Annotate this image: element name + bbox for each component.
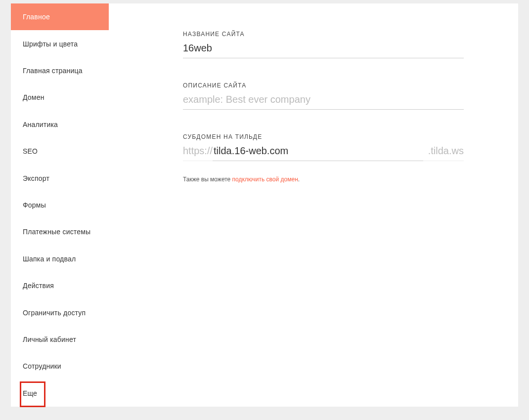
subdomain-row: https:// .tilda.ws: [183, 140, 464, 161]
site-name-input[interactable]: [183, 38, 464, 58]
sidebar-item-label: Действия: [23, 282, 54, 290]
field-subdomain: СУБДОМЕН НА ТИЛЬДЕ https:// .tilda.ws Та…: [183, 133, 476, 183]
sidebar-item-header-footer[interactable]: Шапка и подвал: [11, 246, 109, 272]
field-site-description: ОПИСАНИЕ САЙТА: [183, 82, 476, 110]
sidebar-item-seo[interactable]: SEO: [11, 138, 109, 165]
field-site-name: НАЗВАНИЕ САЙТА: [183, 31, 476, 58]
sidebar-item-label: Платежные системы: [23, 228, 90, 236]
sidebar-item-fonts-colors[interactable]: Шрифты и цвета: [11, 30, 109, 57]
subdomain-suffix: .tilda.ws: [423, 145, 464, 161]
sidebar-item-actions[interactable]: Действия: [11, 272, 109, 299]
sidebar-item-restrict-access[interactable]: Ограничить доступ: [11, 299, 109, 326]
sidebar-item-main[interactable]: Главное: [11, 3, 109, 30]
sidebar-item-label: Главное: [23, 13, 50, 21]
sidebar-item-account[interactable]: Личный кабинет: [11, 326, 109, 353]
sidebar-item-analytics[interactable]: Аналитика: [11, 111, 109, 138]
sidebar-item-label: Шрифты и цвета: [23, 40, 78, 48]
site-name-label: НАЗВАНИЕ САЙТА: [183, 31, 476, 38]
subdomain-label: СУБДОМЕН НА ТИЛЬДЕ: [183, 133, 476, 140]
sidebar-item-export[interactable]: Экспорт: [11, 165, 109, 191]
sidebar-item-payments[interactable]: Платежные системы: [11, 218, 109, 245]
sidebar-item-label: Главная страница: [23, 67, 83, 75]
domain-help-text: Также вы можете подключить свой домен.: [183, 176, 476, 183]
site-description-input[interactable]: [183, 89, 464, 110]
sidebar-item-label: Личный кабинет: [23, 336, 76, 343]
sidebar-item-label: Шапка и подвал: [23, 255, 76, 263]
sidebar-item-label: SEO: [23, 147, 38, 155]
sidebar-item-label: Аналитика: [23, 121, 58, 128]
help-text-tail: .: [298, 176, 300, 183]
site-description-label: ОПИСАНИЕ САЙТА: [183, 82, 476, 89]
sidebar-item-domain[interactable]: Домен: [11, 84, 109, 111]
sidebar: Главное Шрифты и цвета Главная страница …: [11, 3, 109, 407]
sidebar-item-more[interactable]: Еще: [11, 380, 109, 407]
main-content: НАЗВАНИЕ САЙТА ОПИСАНИЕ САЙТА СУБДОМЕН Н…: [109, 3, 518, 407]
sidebar-item-label: Домен: [23, 93, 44, 101]
sidebar-item-employees[interactable]: Сотрудники: [11, 353, 109, 379]
sidebar-item-label: Еще: [23, 389, 37, 397]
sidebar-item-forms[interactable]: Формы: [11, 192, 109, 218]
help-text-prefix: Также вы можете: [183, 176, 232, 183]
sidebar-item-homepage[interactable]: Главная страница: [11, 57, 109, 84]
connect-domain-link[interactable]: подключить свой домен: [232, 176, 298, 183]
sidebar-item-label: Экспорт: [23, 174, 49, 182]
sidebar-item-label: Формы: [23, 201, 46, 209]
subdomain-input[interactable]: [213, 145, 423, 161]
settings-panel: Главное Шрифты и цвета Главная страница …: [11, 3, 518, 407]
sidebar-item-label: Ограничить доступ: [23, 309, 86, 317]
subdomain-prefix: https://: [183, 145, 213, 161]
sidebar-item-label: Сотрудники: [23, 362, 61, 370]
